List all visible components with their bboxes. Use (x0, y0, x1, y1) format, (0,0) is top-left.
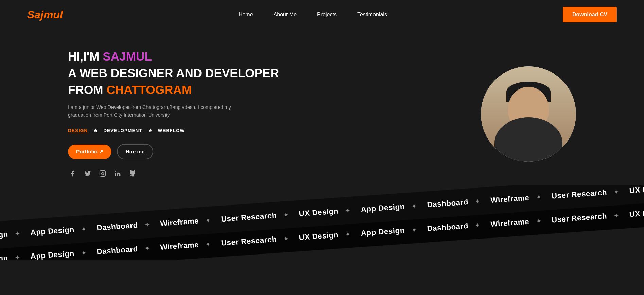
marquee-item-label: UX Design (299, 207, 339, 218)
nav-about[interactable]: About Me (274, 12, 297, 17)
nav-projects[interactable]: Projects (317, 12, 337, 17)
nav-testimonials[interactable]: Testimonials (357, 12, 387, 17)
hero-skills: DESIGN ★ DEVELOPMENT ★ WEBFLOW (68, 127, 279, 134)
nav-home[interactable]: Home (239, 12, 253, 17)
marquee-item-label: App Design (30, 225, 75, 237)
nav-links: Home About Me Projects Testimonials (239, 12, 387, 18)
marquee-item-label: Wireframe (490, 217, 529, 229)
hero-section: HI,I'M SAJMUL A WEB DESIGNER AND DEVELOP… (0, 29, 644, 192)
marquee-section: UX Design✦ App Design✦ Dashboard✦ Wirefr… (0, 185, 644, 260)
marquee-item-label: App Design (361, 202, 405, 214)
download-cv-button[interactable]: Download CV (563, 7, 617, 22)
marquee-item-label: UX Design (0, 254, 8, 260)
navbar: Sajmul Home About Me Projects Testimonia… (0, 0, 644, 29)
marquee-item-label: UX Design (629, 208, 644, 219)
marquee-item-label: Dashboard (97, 245, 138, 256)
star-icon-1: ★ (93, 127, 98, 134)
location-prefix: FROM (68, 83, 106, 96)
hero-location: FROM CHATTOGRAM (68, 83, 279, 97)
hire-button[interactable]: Hire me (117, 144, 154, 159)
greeting-prefix: HI,I'M (68, 50, 103, 63)
marquee-item-label: Dashboard (97, 221, 138, 232)
skill-webflow: WEBFLOW (158, 128, 185, 133)
marquee-item-label: User Research (221, 235, 277, 248)
greeting-name: SAJMUL (103, 50, 152, 63)
hero-greeting: HI,I'M SAJMUL (68, 50, 279, 63)
social-icons (68, 169, 279, 178)
facebook-icon[interactable] (68, 169, 77, 178)
hero-description: I am a junior Web Developer from Chattog… (68, 103, 238, 119)
marquee-item-label: Wireframe (160, 217, 199, 228)
hero-avatar (481, 66, 576, 162)
svg-rect-0 (100, 171, 106, 177)
location-city: CHATTOGRAM (106, 83, 192, 96)
hero-content: HI,I'M SAJMUL A WEB DESIGNER AND DEVELOP… (68, 50, 279, 178)
skill-design: DESIGN (68, 128, 88, 133)
marquee-item-label: App Design (30, 249, 75, 260)
marquee-item-label: UX Design (0, 230, 8, 242)
github-icon[interactable] (128, 169, 137, 178)
marquee-item-label: UX Design (299, 231, 339, 242)
marquee-item-label: Dashboard (427, 222, 469, 233)
twitter-icon[interactable] (83, 169, 92, 178)
brand-logo[interactable]: Sajmul (27, 9, 63, 21)
hero-title-line1: A WEB DESIGNER AND DEVELOPER (68, 66, 279, 80)
marquee-item-label: Dashboard (427, 198, 469, 209)
instagram-icon[interactable] (98, 169, 107, 178)
skill-development: DEVELOPMENT (103, 128, 142, 133)
marquee-item-label: UX Design (629, 185, 644, 195)
marquee-item-label: User Research (551, 212, 607, 225)
marquee-item-label: Wireframe (490, 194, 529, 205)
marquee-item-label: User Research (551, 188, 607, 201)
marquee-item-label: Wireframe (160, 241, 199, 252)
marquee-item-label: User Research (221, 211, 277, 224)
star-icon-2: ★ (148, 127, 153, 134)
marquee-item-label: App Design (361, 226, 405, 238)
portfolio-button[interactable]: Portfolio ↗ (68, 145, 111, 159)
linkedin-icon[interactable] (113, 169, 122, 178)
svg-point-2 (115, 171, 116, 172)
hero-buttons: Portfolio ↗ Hire me (68, 144, 279, 159)
